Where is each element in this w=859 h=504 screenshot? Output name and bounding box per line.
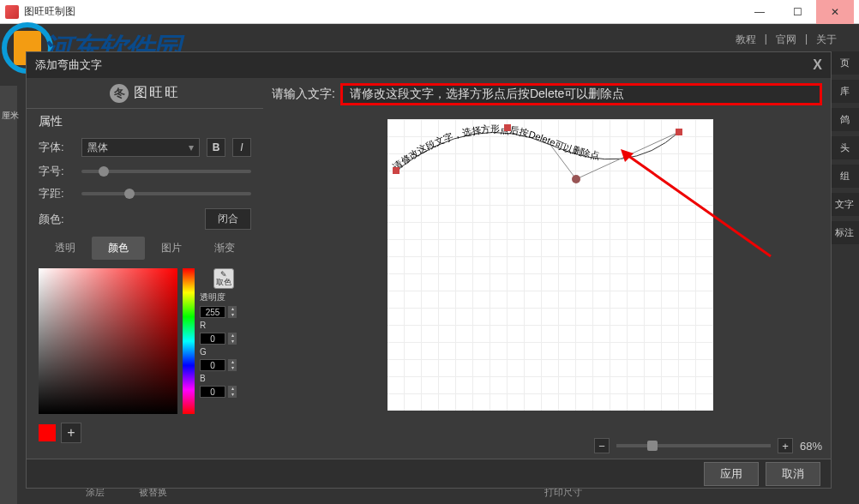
- zoom-value: 68%: [800, 440, 822, 453]
- spacing-row: 字距:: [27, 183, 263, 205]
- canvas-panel: 请输入文字: 请修改这段文字，选择方形点后按Delete可以删除点: [263, 78, 831, 459]
- zoom-slider[interactable]: [616, 444, 771, 447]
- apply-button[interactable]: 应用: [704, 462, 759, 486]
- official-site-link[interactable]: 官网: [771, 33, 802, 47]
- cancel-button[interactable]: 取消: [766, 462, 820, 486]
- b-stepper[interactable]: ▴▾: [228, 386, 237, 398]
- r-stepper[interactable]: ▴▾: [228, 333, 237, 345]
- top-links: 教程| 官网| 关于: [730, 33, 842, 47]
- canvas-wrapper: 请修改这段文字，选择方形点后按Delete可以删除点: [263, 111, 831, 433]
- curved-text-dialog: 添加弯曲文字 X 冬 图旺旺 属性 字体: 黑体 B I 字号: 字距:: [26, 51, 832, 489]
- r-label: R: [200, 321, 225, 330]
- curved-text-render: 请修改这段文字，选择方形点后按Delete可以删除点: [387, 119, 713, 188]
- close-button[interactable]: ✕: [816, 0, 854, 24]
- path-anchor-handle[interactable]: [504, 124, 511, 131]
- about-link[interactable]: 关于: [811, 33, 842, 47]
- font-row: 字体: 黑体 B I: [27, 135, 263, 160]
- brand-row: 冬 图旺旺: [27, 78, 263, 109]
- current-color-swatch[interactable]: [39, 424, 56, 441]
- titlebar: 图旺旺制图 — ☐ ✕: [0, 0, 859, 24]
- zoom-controls: − + 68%: [263, 433, 831, 459]
- size-row: 字号:: [27, 160, 263, 183]
- path-control-handle[interactable]: [572, 175, 580, 183]
- size-label: 字号:: [39, 164, 75, 179]
- b-label: B: [200, 374, 225, 383]
- color-picker-area: ✎取色 透明度 ▴▾ R ▴▾ G ▴▾ B ▴▾: [27, 263, 263, 419]
- r-input[interactable]: [200, 333, 225, 345]
- zoom-out-button[interactable]: −: [594, 438, 610, 453]
- sidebar-item[interactable]: 标注: [830, 221, 859, 244]
- canvas[interactable]: 请修改这段文字，选择方形点后按Delete可以删除点: [387, 119, 713, 411]
- app-favicon: [5, 5, 19, 19]
- color-tabs: 透明 颜色 图片 渐变: [27, 233, 263, 263]
- brand-logo-icon: 冬: [110, 84, 129, 103]
- spacing-label: 字距:: [39, 186, 75, 201]
- alpha-stepper[interactable]: ▴▾: [228, 306, 237, 318]
- alpha-input[interactable]: [200, 306, 225, 318]
- sidebar-item[interactable]: 组: [830, 165, 859, 188]
- tab-transparent[interactable]: 透明: [39, 237, 92, 260]
- font-select[interactable]: 黑体: [81, 138, 200, 157]
- italic-button[interactable]: I: [232, 138, 251, 157]
- window-title: 图旺旺制图: [24, 4, 741, 19]
- sidebar-item[interactable]: 鸽: [830, 108, 859, 131]
- tutorial-link[interactable]: 教程: [730, 33, 761, 47]
- dialog-body: 冬 图旺旺 属性 字体: 黑体 B I 字号: 字距: 颜色: 闭合: [27, 78, 831, 459]
- right-sidebar: 页 库 鸽 头 组 文字 标注: [830, 51, 859, 244]
- dialog-title: 添加弯曲文字: [35, 57, 813, 73]
- window-controls: — ☐ ✕: [741, 0, 854, 24]
- bold-button[interactable]: B: [207, 138, 225, 157]
- vertical-ruler: [0, 86, 17, 504]
- hue-slider[interactable]: [183, 268, 195, 414]
- sidebar-item[interactable]: 页: [830, 51, 859, 75]
- ruler-unit-label: 厘米: [2, 110, 19, 122]
- add-swatch-button[interactable]: +: [61, 423, 81, 443]
- curved-text-input[interactable]: [340, 83, 822, 105]
- color-label-row: 颜色: 闭合: [27, 205, 263, 233]
- swatch-row: +: [27, 419, 263, 447]
- g-stepper[interactable]: ▴▾: [228, 359, 237, 371]
- sidebar-item[interactable]: 文字: [830, 193, 859, 216]
- svg-text:请修改这段文字，选择方形点后按Delete可以删除点: 请修改这段文字，选择方形点后按Delete可以删除点: [391, 123, 600, 171]
- spacing-slider[interactable]: [81, 192, 251, 195]
- size-slider[interactable]: [81, 170, 251, 173]
- dialog-header[interactable]: 添加弯曲文字 X: [27, 52, 831, 78]
- tab-gradient[interactable]: 渐变: [198, 237, 251, 260]
- path-anchor-handle[interactable]: [676, 129, 682, 135]
- tab-color[interactable]: 颜色: [92, 237, 145, 260]
- brand-name: 图旺旺: [134, 84, 180, 102]
- font-label: 字体:: [39, 140, 75, 155]
- zoom-in-button[interactable]: +: [778, 438, 793, 453]
- minimize-button[interactable]: —: [741, 0, 778, 24]
- maximize-button[interactable]: ☐: [778, 0, 816, 24]
- input-label: 请输入文字:: [272, 87, 335, 102]
- dialog-close-button[interactable]: X: [813, 57, 822, 73]
- close-path-button[interactable]: 闭合: [205, 208, 251, 230]
- dialog-footer: 应用 取消: [27, 459, 831, 488]
- saturation-value-box[interactable]: [39, 268, 177, 414]
- g-input[interactable]: [200, 359, 225, 371]
- path-anchor-handle[interactable]: [393, 167, 399, 174]
- rgba-column: ✎取色 透明度 ▴▾ R ▴▾ G ▴▾ B ▴▾: [200, 268, 248, 414]
- b-input[interactable]: [200, 386, 225, 398]
- section-title: 属性: [27, 109, 263, 135]
- sidebar-item[interactable]: 库: [830, 80, 859, 103]
- g-label: G: [200, 347, 225, 357]
- color-label: 颜色:: [39, 212, 75, 227]
- sidebar-item[interactable]: 头: [830, 136, 859, 159]
- eyedropper-button[interactable]: ✎取色: [213, 268, 234, 289]
- alpha-label: 透明度: [200, 291, 225, 303]
- properties-panel: 冬 图旺旺 属性 字体: 黑体 B I 字号: 字距: 颜色: 闭合: [27, 78, 263, 459]
- text-input-row: 请输入文字:: [263, 78, 831, 111]
- tab-image[interactable]: 图片: [145, 237, 198, 260]
